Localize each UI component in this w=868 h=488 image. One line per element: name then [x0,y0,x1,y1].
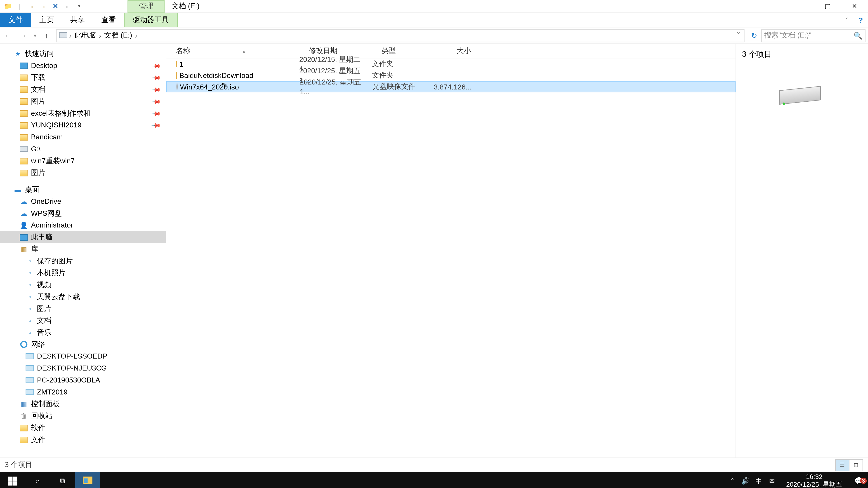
qat-properties-icon[interactable]: ▫ [26,1,37,11]
tree-item[interactable]: ▫文档 [0,315,166,326]
col-date[interactable]: 修改日期 [299,46,372,56]
tree-desktop[interactable]: ▬桌面 [0,184,166,195]
col-name[interactable]: 名称▴ [166,46,299,56]
file-date: 2020/12/25, 星期五 1... [300,77,373,96]
tab-view[interactable]: 查看 [93,13,124,27]
ribbon-collapse-icon[interactable]: ˅ [839,13,854,27]
taskbar[interactable]: ⌕ ⧉ ˄ 🔊 中 ✉ 16:32 2020/12/25, 星期五 💬3 [0,472,868,488]
taskbar-explorer-icon[interactable] [75,472,100,488]
search-icon[interactable]: 🔍 [854,31,863,39]
start-button[interactable] [0,472,25,488]
tray-mail-icon[interactable]: ✉ [765,477,778,485]
tree-item[interactable]: 文件 [0,434,166,446]
library-icon: ▫ [25,292,35,301]
taskbar-search-icon[interactable]: ⌕ [25,472,50,488]
tree-item[interactable]: win7重装win7 [0,155,166,167]
tree-item[interactable]: ▫音乐 [0,326,166,338]
taskbar-clock[interactable]: 16:32 2020/12/25, 星期五 [778,473,850,488]
tree-item[interactable]: ▥库 [0,243,166,255]
qat-delete-icon[interactable]: ✕ [50,1,61,11]
pc-icon [19,61,29,70]
file-row[interactable]: Win7x64_2020.iso 2020/12/25, 星期五 1... 光盘… [166,81,736,92]
back-button[interactable]: ← [0,28,16,42]
tab-file[interactable]: 文件 [0,13,31,27]
tree-item[interactable]: PC-20190530OBLA [0,374,166,386]
qat-dropdown-icon[interactable]: ▾ [74,1,85,11]
chevron-right-icon[interactable]: › [67,31,73,39]
recent-dropdown-icon[interactable]: ▾ [31,28,39,42]
tree-item[interactable]: Bandicam [0,131,166,143]
tree-item[interactable]: DESKTOP-LSSOEDP [0,350,166,362]
tab-share[interactable]: 共享 [62,13,93,27]
tree-item[interactable]: G:\ [0,143,166,155]
view-details-button[interactable]: ☰ [835,459,849,471]
tray-ime-icon[interactable]: 中 [752,476,765,485]
tree-item[interactable]: ▫视频 [0,279,166,291]
tree-item[interactable]: ▫本机照片 [0,267,166,279]
tree-item[interactable]: 文档📌 [0,84,166,95]
file-row[interactable]: 1 2020/12/15, 星期二 1... 文件夹 [166,58,736,70]
breadcrumb-dropdown-icon[interactable]: ˅ [733,31,744,39]
tree-quick-access[interactable]: ★快速访问 [0,48,166,60]
qat-rename-icon[interactable]: ▫ [62,1,72,11]
maximize-button[interactable]: ▢ [814,0,841,13]
breadcrumb[interactable]: › 此电脑 › 文档 (E:) › ˅ [56,29,745,42]
view-icons-button[interactable]: ⊞ [849,459,863,471]
tree-item[interactable]: 软件 [0,422,166,434]
tree-item[interactable]: 下载📌 [0,71,166,84]
pin-icon: 📌 [151,72,161,82]
action-center-icon[interactable]: 💬3 [850,477,868,485]
tab-home[interactable]: 主页 [31,13,62,27]
chevron-right-icon[interactable]: › [97,31,103,39]
breadcrumb-seg-pc[interactable]: 此电脑 [73,30,97,40]
tab-drive-tools[interactable]: 驱动器工具 [124,13,178,27]
tree-item[interactable]: YUNQISHI2019📌 [0,119,166,131]
tree-item[interactable]: 图片 [0,167,166,179]
ribbon-context-tab[interactable]: 管理 [127,0,164,13]
tree-item[interactable]: 图片📌 [0,95,166,107]
forward-button[interactable]: → [16,28,31,42]
col-size[interactable]: 大小 [433,46,474,56]
close-button[interactable]: ✕ [841,0,868,13]
tree-item[interactable]: DESKTOP-NJEU3CG [0,362,166,374]
file-list[interactable]: 名称▴ 修改日期 类型 大小 1 2020/12/15, 星期二 1... 文件… [166,44,736,457]
tree-item[interactable]: 👤Administrator [0,219,166,231]
column-headers[interactable]: 名称▴ 修改日期 类型 大小 [166,44,736,58]
tree-item[interactable]: ▫保存的图片 [0,255,166,267]
library-icon: ▫ [25,304,35,313]
tree-item[interactable]: 此电脑 [0,231,166,243]
tree-item[interactable]: ZMT2019 [0,386,166,398]
item-count-label: 3 个项目 [742,49,862,59]
qat-newfolder-icon[interactable]: ▫ [38,1,49,11]
refresh-button[interactable]: ↻ [747,31,761,39]
task-view-icon[interactable]: ⧉ [50,472,75,488]
minimize-button[interactable]: ─ [787,0,814,13]
breadcrumb-seg-drive[interactable]: 文档 (E:) [103,30,133,40]
tree-item[interactable]: Desktop📌 [0,60,166,72]
qat-sep: | [14,1,25,11]
tree-item[interactable]: excel表格制作求和📌 [0,107,166,119]
tree-item[interactable]: ▫图片 [0,303,166,315]
help-icon[interactable]: ? [854,13,868,27]
tree-item[interactable]: 🗑回收站 [0,410,166,422]
status-bar: 3 个项目 ☰ ⊞ [0,457,868,472]
details-pane: 3 个项目 [736,44,868,457]
nav-tree[interactable]: ★快速访问 Desktop📌下载📌文档📌图片📌excel表格制作求和📌YUNQI… [0,44,166,457]
star-icon: ★ [13,49,23,58]
tree-item[interactable]: ☁WPS网盘 [0,207,166,219]
tree-network[interactable]: 网络 [0,338,166,350]
tree-item[interactable]: ☁OneDrive [0,195,166,207]
chevron-right-icon[interactable]: › [133,31,139,39]
tray-overflow-icon[interactable]: ˄ [726,477,739,485]
up-button[interactable]: ↑ [39,28,54,42]
tree-item[interactable]: ▫天翼云盘下载 [0,291,166,303]
fld-icon [19,168,29,177]
tree-item[interactable]: ▦控制面板 [0,398,166,410]
tray-volume-icon[interactable]: 🔊 [739,477,752,485]
library-icon: ▫ [25,268,35,278]
cloud-icon: ☁ [19,197,29,206]
file-row[interactable]: BaiduNetdiskDownload 2020/12/25, 星期五 1..… [166,70,736,81]
col-type[interactable]: 类型 [372,46,433,56]
computer-icon [25,375,35,385]
search-input[interactable]: 搜索"文档 (E:)" 🔍 [761,29,865,42]
